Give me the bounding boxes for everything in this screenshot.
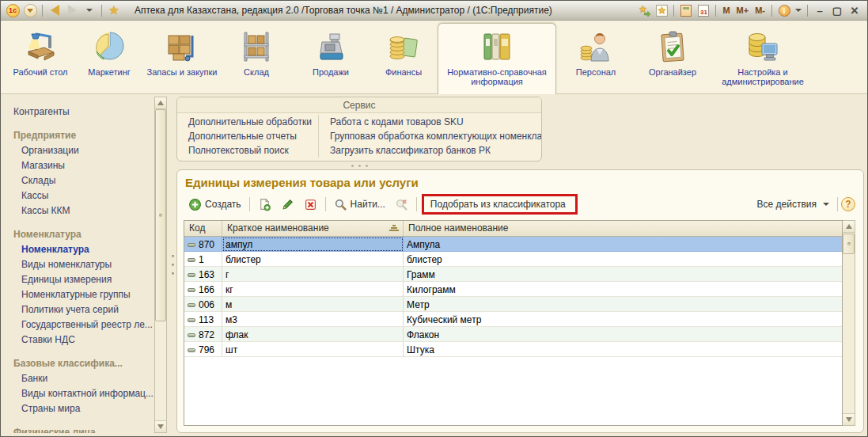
copy-item-button[interactable] bbox=[253, 196, 276, 214]
help-button[interactable]: ? bbox=[841, 197, 855, 211]
full-name-cell: Флакон bbox=[404, 327, 842, 342]
sidebar-item[interactable]: Номенклатурные группы bbox=[13, 287, 154, 302]
sidebar-item[interactable]: Склады bbox=[13, 173, 154, 188]
sidebar-item[interactable]: Ставки НДС bbox=[13, 332, 154, 348]
window-title: Аптека для Казахстана, редакция 2.0 /Тор… bbox=[135, 5, 635, 16]
scroll-up-icon[interactable] bbox=[843, 221, 855, 233]
titlebar-right-controls: 31 М М+ М- i – ▢ ✕ bbox=[636, 3, 862, 18]
divider bbox=[42, 5, 43, 17]
coins-icon bbox=[385, 28, 423, 65]
service-link[interactable]: Дополнительные обработки bbox=[188, 115, 312, 129]
divider bbox=[715, 5, 716, 17]
memory-add-button[interactable]: М+ bbox=[734, 3, 752, 18]
service-link[interactable]: Дополнительные отчеты bbox=[188, 129, 312, 143]
catalog-item-icon bbox=[188, 243, 195, 247]
tab-label: Нормативно-справочная информация bbox=[438, 67, 555, 86]
edit-item-button[interactable] bbox=[276, 196, 299, 214]
ribbon-tab-6[interactable]: Финансы bbox=[370, 24, 438, 93]
catalog-item-icon bbox=[188, 303, 195, 307]
maximize-button[interactable]: ▢ bbox=[829, 3, 845, 18]
delete-item-button[interactable] bbox=[299, 196, 322, 214]
sidebar-scrollbar[interactable] bbox=[154, 97, 167, 433]
pick-from-classifier-button[interactable]: Подобрать из классификатора bbox=[426, 196, 570, 212]
table-row[interactable]: 163гГрамм bbox=[184, 267, 842, 282]
full-name-cell: блистер bbox=[404, 252, 842, 267]
column-header[interactable]: Полное наименование bbox=[404, 221, 842, 236]
close-button[interactable]: ✕ bbox=[847, 3, 862, 18]
column-header[interactable]: Код bbox=[184, 221, 222, 236]
cash-register-icon bbox=[312, 28, 350, 65]
find-icon bbox=[334, 198, 347, 211]
favorites-star-icon[interactable]: ★ bbox=[106, 3, 122, 18]
ribbon-tab-1[interactable]: Рабочий стол bbox=[6, 24, 75, 93]
scroll-down-icon[interactable] bbox=[155, 420, 166, 432]
ribbon-tab-8[interactable]: Персонал bbox=[556, 24, 635, 93]
units-of-measure-panel: Единицы измерения товара или услуги Созд… bbox=[176, 169, 864, 433]
page-title: Единицы измерения товара или услуги bbox=[185, 176, 855, 189]
table-row[interactable]: 1блистерблистер bbox=[184, 252, 842, 267]
panel-splitter[interactable] bbox=[176, 162, 542, 169]
service-link[interactable]: Работа с кодами товаров SKU bbox=[330, 115, 542, 129]
units-table: КодКраткое наименованиеПолное наименован… bbox=[184, 220, 855, 426]
table-row[interactable]: 166кгКилограмм bbox=[184, 282, 842, 297]
service-link[interactable]: Загрузить классификатор банков РК bbox=[330, 143, 542, 158]
tab-label: Персонал bbox=[576, 67, 616, 77]
ribbon-tab-10[interactable]: Настройка и администрирование bbox=[710, 24, 816, 93]
sidebar-item[interactable]: Страны мира bbox=[13, 401, 154, 416]
sidebar-item[interactable]: Единицы измерения bbox=[13, 272, 154, 287]
back-button[interactable] bbox=[47, 3, 63, 18]
short-name-cell: кг bbox=[222, 282, 404, 297]
scroll-down-icon[interactable] bbox=[843, 413, 855, 425]
table-row[interactable]: 796штШтука bbox=[184, 342, 842, 357]
ribbon-tab-5[interactable]: Продажи bbox=[292, 24, 370, 93]
sidebar-item[interactable]: Кассы bbox=[13, 188, 154, 203]
clear-find-button[interactable] bbox=[390, 196, 413, 214]
ribbon-tab-3[interactable]: Запасы и закупки bbox=[143, 24, 221, 93]
service-link[interactable]: Групповая обработка комплектующих номенк… bbox=[330, 129, 542, 143]
table-row[interactable]: 872флакФлакон bbox=[184, 327, 842, 342]
ribbon-tab-9[interactable]: Органайзер bbox=[635, 24, 710, 93]
table-row[interactable]: 006мМетр bbox=[184, 297, 842, 312]
main-menu-button[interactable] bbox=[22, 3, 38, 18]
ribbon-tab-7[interactable]: Нормативно-справочная информация bbox=[438, 23, 556, 94]
info-dropdown-icon[interactable] bbox=[794, 3, 803, 18]
table-row[interactable]: 113м3Кубический метр bbox=[184, 312, 842, 327]
table-row[interactable]: 870ампулАмпула bbox=[184, 237, 842, 252]
scroll-up-icon[interactable] bbox=[155, 97, 166, 109]
full-name-cell: Метр bbox=[404, 297, 842, 312]
minimize-button[interactable]: – bbox=[812, 3, 828, 18]
sidebar-item[interactable]: Государственный реестр ле... bbox=[13, 317, 154, 332]
sidebar-item[interactable]: Магазины bbox=[13, 158, 154, 173]
all-actions-button[interactable]: Все действия bbox=[752, 196, 834, 212]
sidebar-splitter[interactable] bbox=[169, 97, 176, 433]
sidebar-item[interactable]: Организации bbox=[13, 143, 154, 158]
titlebar: 1с ★ Аптека для Казахстана, редакция 2.0… bbox=[1, 1, 867, 21]
code-cell: 166 bbox=[184, 282, 222, 297]
history-dropdown-icon[interactable] bbox=[81, 3, 97, 18]
service-link[interactable]: Полнотекстовый поиск bbox=[188, 143, 312, 158]
column-header[interactable]: Краткое наименование bbox=[222, 221, 404, 236]
sidebar-item-selected[interactable]: Номенклатура bbox=[13, 242, 154, 257]
memory-subtract-button[interactable]: М- bbox=[752, 3, 768, 18]
ribbon-tab-2[interactable]: Маркетинг bbox=[75, 24, 143, 93]
memory-recall-button[interactable]: М bbox=[720, 3, 732, 18]
sidebar-item[interactable]: Политики учета серий bbox=[13, 302, 154, 317]
sidebar-item[interactable]: Виды номенклатуры bbox=[13, 257, 154, 272]
info-icon[interactable]: i bbox=[776, 3, 792, 18]
sidebar-item[interactable]: Виды контактной информац... bbox=[13, 386, 154, 401]
ribbon-tab-4[interactable]: Склад bbox=[221, 24, 292, 93]
calendar-icon[interactable]: 31 bbox=[696, 3, 711, 18]
create-button[interactable]: Создать bbox=[184, 196, 246, 214]
forward-button[interactable] bbox=[64, 3, 80, 18]
1c-logo-icon[interactable]: 1с bbox=[5, 3, 21, 18]
sidebar-item[interactable]: Контрагенты bbox=[13, 104, 154, 120]
calculator-icon[interactable] bbox=[678, 3, 694, 18]
goto-link-icon[interactable] bbox=[636, 3, 652, 18]
sidebar-item[interactable]: Кассы ККМ bbox=[13, 203, 154, 218]
table-scrollbar[interactable] bbox=[843, 220, 855, 426]
find-button[interactable]: Найти... bbox=[329, 196, 390, 214]
tab-label: Маркетинг bbox=[88, 67, 130, 77]
clipboard-check-icon bbox=[654, 28, 692, 65]
add-favorite-icon[interactable] bbox=[654, 3, 669, 18]
sidebar-item[interactable]: Банки bbox=[13, 371, 154, 386]
